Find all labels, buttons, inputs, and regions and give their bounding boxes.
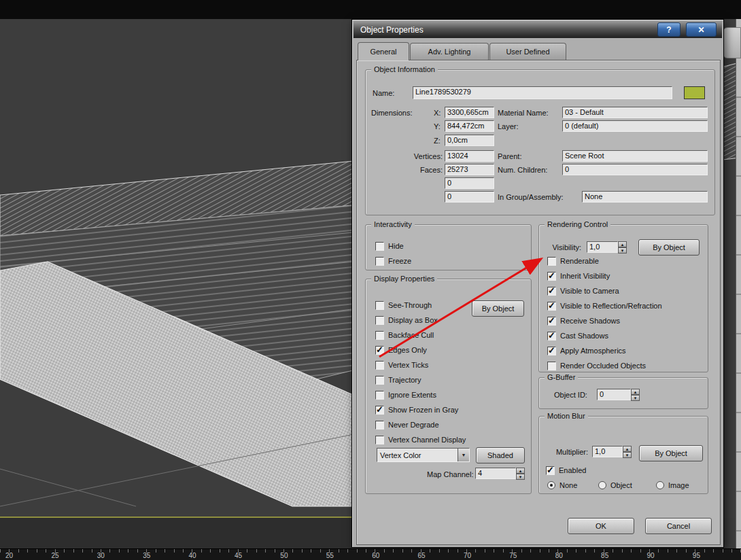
timeline-ruler[interactable]: 20 25 30 35 40 45 50 55 60 65 70 75 80 8… — [0, 548, 741, 560]
checkbox-backface-cull[interactable]: Backface Cull — [375, 330, 434, 340]
cast-shadows-checkbox[interactable] — [547, 332, 556, 340]
checkbox-edges-only[interactable]: Edges Only — [375, 345, 427, 355]
visibility-field[interactable]: 1,0 — [587, 241, 618, 253]
num-children-field: 0 — [562, 164, 708, 175]
general-tab-panel: Object Information Name: Line1789530279 … — [356, 60, 721, 545]
timeline-number: 25 — [51, 552, 97, 559]
freeze-checkbox[interactable] — [375, 257, 384, 266]
parent-field: Scene Root — [562, 150, 708, 162]
map-channel-field[interactable]: 4 — [475, 468, 516, 479]
timeline-number: 50 — [280, 552, 326, 559]
spinner-down-icon[interactable]: ▾ — [631, 395, 640, 401]
image-radio[interactable] — [656, 481, 664, 489]
receive-shadows-checkbox[interactable] — [547, 317, 556, 326]
layer-label: Layer: — [498, 122, 519, 130]
spinner-up-icon[interactable]: ▴ — [631, 389, 640, 395]
spinner-up-icon[interactable]: ▴ — [623, 446, 632, 452]
vertex-channel-checkbox[interactable] — [375, 436, 384, 444]
visible-to-reflection-checkbox[interactable] — [547, 302, 556, 311]
vertex-ticks-checkbox[interactable] — [375, 361, 384, 370]
in-group-label: In Group/Assembly: — [498, 193, 564, 201]
help-button[interactable]: ? — [657, 22, 680, 37]
name-field[interactable]: Line1789530279 — [413, 86, 672, 99]
checkbox-show-frozen-in-gray[interactable]: Show Frozen in Gray — [375, 405, 458, 415]
inherit-visibility-checkbox[interactable] — [547, 272, 556, 281]
edges-only-checkbox[interactable] — [375, 346, 384, 355]
object-radio[interactable] — [598, 481, 606, 489]
checkbox-cast-shadows[interactable]: Cast Shadows — [547, 331, 608, 340]
see-through-checkbox[interactable] — [375, 301, 384, 310]
help-icon: ? — [666, 25, 671, 35]
render-occluded-checkbox[interactable] — [547, 362, 556, 370]
trajectory-checkbox[interactable] — [375, 376, 384, 385]
tab-general[interactable]: General — [358, 42, 409, 60]
show-frozen-checkbox[interactable] — [375, 406, 384, 415]
chevron-down-icon[interactable]: ▼ — [458, 449, 469, 461]
checkbox-see-through[interactable]: See-Through — [375, 300, 432, 310]
visibility-spinner[interactable]: ▴ ▾ — [618, 241, 627, 253]
right-scrollbar[interactable] — [736, 19, 741, 548]
object-id-spinner[interactable]: ▴ ▾ — [631, 389, 640, 401]
checkbox-never-degrade[interactable]: Never Degrade — [375, 420, 439, 430]
multiplier-field[interactable]: 1,0 — [592, 446, 623, 457]
group-title: Rendering Control — [545, 220, 610, 229]
checkbox-display-as-box[interactable]: Display as Box — [375, 315, 438, 325]
checkbox-vertex-channel-display[interactable]: Vertex Channel Display — [375, 435, 466, 444]
dimension-z-field: 0,0cm — [445, 135, 494, 146]
material-name-label: Material Name: — [498, 109, 549, 117]
none-radio[interactable] — [547, 481, 555, 489]
checkbox-ignore-extents[interactable]: Ignore Extents — [375, 390, 436, 400]
tab-user-defined[interactable]: User Defined — [489, 43, 566, 60]
checkbox-render-occluded[interactable]: Render Occluded Objects — [547, 361, 646, 370]
material-name-field: 03 - Default — [562, 107, 708, 118]
ok-button[interactable]: OK — [568, 518, 634, 534]
timeline-number: 95 — [693, 552, 738, 559]
multiplier-spinner[interactable]: ▴ ▾ — [623, 446, 632, 458]
checkbox-visible-to-camera[interactable]: Visible to Camera — [547, 286, 619, 296]
apply-atmospherics-checkbox[interactable] — [547, 347, 556, 355]
shaded-button[interactable]: Shaded — [476, 447, 525, 463]
map-channel-spinner[interactable]: ▴ ▾ — [516, 468, 525, 480]
radio-object[interactable]: Object — [598, 480, 632, 490]
radio-none[interactable]: None — [547, 480, 577, 490]
close-button[interactable]: ✕ — [686, 22, 717, 37]
checkbox-apply-atmospherics[interactable]: Apply Atmospherics — [547, 346, 626, 355]
never-degrade-checkbox[interactable] — [375, 421, 384, 430]
checkbox-freeze[interactable]: Freeze — [375, 256, 411, 266]
display-as-box-checkbox[interactable] — [375, 316, 384, 325]
layer-field: 0 (default) — [562, 120, 708, 132]
display-properties-group: Display Properties By Object See-Through… — [365, 279, 532, 494]
hide-checkbox[interactable] — [375, 242, 384, 251]
radio-image[interactable]: Image — [656, 480, 689, 490]
checkbox-inherit-visibility[interactable]: Inherit Visibility — [547, 271, 610, 281]
motion-blur-by-object-button[interactable]: By Object — [639, 445, 703, 461]
dialog-title: Object Properties — [360, 25, 424, 35]
checkbox-renderable[interactable]: Renderable — [547, 256, 599, 266]
checkbox-trajectory[interactable]: Trajectory — [375, 375, 421, 385]
vertices-label: Vertices: — [393, 152, 443, 160]
backface-cull-checkbox[interactable] — [375, 331, 384, 340]
visibility-by-object-button[interactable]: By Object — [638, 239, 700, 256]
in-group-field: None — [582, 191, 708, 203]
cancel-button[interactable]: Cancel — [645, 518, 712, 534]
renderable-checkbox[interactable] — [547, 257, 556, 266]
tab-adv-lighting[interactable]: Adv. Lighting — [410, 43, 489, 60]
spinner-up-icon[interactable]: ▴ — [618, 241, 627, 247]
checkbox-receive-shadows[interactable]: Receive Shadows — [547, 316, 620, 326]
visible-to-camera-checkbox[interactable] — [547, 287, 556, 296]
object-id-field[interactable]: 0 — [597, 389, 631, 400]
checkbox-hide[interactable]: Hide — [375, 241, 404, 251]
checkbox-enabled[interactable]: Enabled — [546, 466, 586, 475]
spinner-down-icon[interactable]: ▾ — [516, 474, 525, 480]
checkbox-visible-to-reflection[interactable]: Visible to Reflection/Refraction — [547, 301, 662, 311]
spinner-down-icon[interactable]: ▾ — [623, 452, 632, 458]
vertex-color-select[interactable]: Vertex Color ▼ — [377, 448, 470, 462]
ignore-extents-checkbox[interactable] — [375, 391, 384, 400]
display-by-object-button[interactable]: By Object — [472, 300, 524, 317]
spinner-down-icon[interactable]: ▾ — [618, 247, 627, 253]
rendering-control-group: Rendering Control Visibility: 1,0 ▴ ▾ By… — [538, 224, 708, 372]
object-color-swatch[interactable] — [684, 86, 705, 99]
spinner-up-icon[interactable]: ▴ — [516, 468, 525, 474]
checkbox-vertex-ticks[interactable]: Vertex Ticks — [375, 360, 428, 370]
enabled-checkbox[interactable] — [546, 466, 555, 475]
